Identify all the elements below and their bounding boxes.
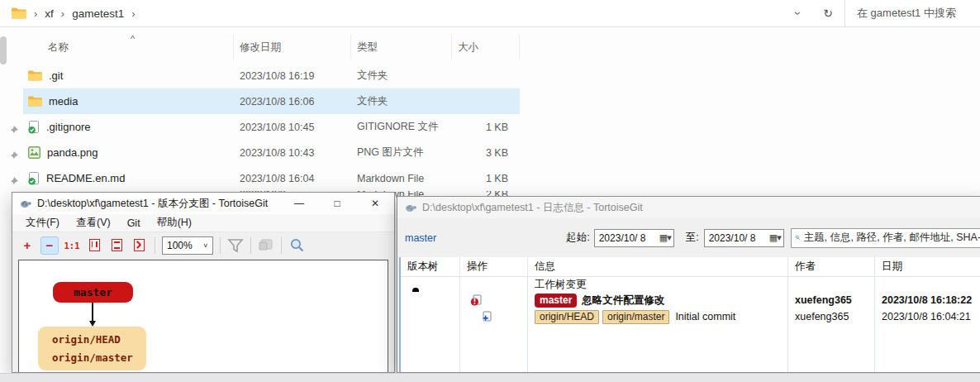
fit-height-button[interactable] xyxy=(107,236,126,255)
minimize-button[interactable]: — xyxy=(280,193,318,214)
filter-icon[interactable] xyxy=(227,238,244,253)
column-header-name[interactable]: 名称 ^ xyxy=(23,35,234,60)
log-titlebar[interactable]: D:\desktop\xf\gametest1 - 日志信息 - Tortois… xyxy=(397,197,980,218)
file-date: 2023/10/8 10:43 xyxy=(234,140,351,165)
fit-width-button[interactable] xyxy=(85,236,103,255)
menu-file[interactable]: 文件(F) xyxy=(19,214,66,232)
file-row-readme[interactable]: README.en.md 2023/10/8 16:04 Markdown Fi… xyxy=(23,165,520,191)
chevron-right-icon: › xyxy=(61,7,64,20)
branch-badge-master[interactable]: master xyxy=(535,294,577,308)
zoom-level-value: 100% xyxy=(167,240,193,251)
tortoisegit-app-icon xyxy=(404,203,416,213)
current-branch-link[interactable]: master xyxy=(405,232,436,244)
toolbar-separator xyxy=(155,237,155,254)
scrollbar-thumb[interactable] xyxy=(0,36,7,64)
file-name: media xyxy=(49,95,78,107)
file-size: 1 KB xyxy=(452,165,520,191)
screen: › xf › gametest1 › › ↻ 在 gametest1 中搜索 名… xyxy=(0,0,980,382)
log-message: 工作树变更 xyxy=(528,277,788,292)
from-date-picker[interactable]: 2023/10/ 8 ▦▾ xyxy=(594,229,674,247)
column-header-action[interactable]: 操作 xyxy=(460,257,528,276)
zoom-out-button[interactable]: − xyxy=(40,236,59,255)
address-dropdown-button[interactable]: › xyxy=(785,7,812,20)
column-header-message[interactable]: 信息 xyxy=(528,257,788,276)
log-row-master-commit[interactable]: ! master 忽略文件配置修改 xuefeng365 2023/10/8 1… xyxy=(401,292,980,308)
zoom-level-select[interactable]: 100% ∨ xyxy=(162,236,213,255)
compare-revisions-icon[interactable] xyxy=(258,238,274,253)
pushpin-icon xyxy=(9,177,18,186)
column-header-type[interactable]: 类型 xyxy=(351,35,452,60)
file-size xyxy=(452,63,520,88)
breadcrumb-item-gametest1[interactable]: gametest1 xyxy=(72,7,124,20)
zoom-in-button[interactable]: + xyxy=(18,236,36,255)
log-row-initial-commit[interactable]: origin/HEAD origin/master Initial commit… xyxy=(401,308,980,325)
graph-node-origin[interactable]: origin/HEAD origin/master xyxy=(38,327,146,370)
column-header-date[interactable]: 修改日期 xyxy=(234,35,351,60)
explorer-address-bar: › xf › gametest1 › › ↻ 在 gametest1 中搜索 xyxy=(0,0,980,27)
explorer-search-input[interactable]: 在 gametest1 中搜索 xyxy=(844,0,980,26)
revgraph-titlebar[interactable]: D:\desktop\xf\gametest1 - 版本分支图 - Tortoi… xyxy=(12,193,394,214)
menu-view[interactable]: 查看(V) xyxy=(69,214,117,232)
window-title: D:\desktop\xf\gametest1 - 日志信息 - Tortois… xyxy=(422,201,643,215)
toolbar-separator xyxy=(281,237,282,254)
log-author: xuefeng365 xyxy=(788,308,875,325)
folder-icon xyxy=(12,7,26,19)
breadcrumb-item-xf[interactable]: xf xyxy=(45,7,54,20)
maximize-button[interactable]: □ xyxy=(318,193,356,214)
png-file-icon xyxy=(28,146,40,159)
file-size xyxy=(452,88,520,114)
search-icon[interactable] xyxy=(288,237,305,253)
to-date-picker[interactable]: 2023/10/ 8 ▦▾ xyxy=(704,229,784,247)
log-search-input[interactable]: 主题, 信息, 路径, 作者, 邮件地址, SHA-1 xyxy=(791,228,980,248)
close-button[interactable]: ✕ xyxy=(356,193,394,214)
revgraph-window: D:\desktop\xf\gametest1 - 版本分支图 - Tortoi… xyxy=(12,192,395,373)
log-author xyxy=(788,277,875,292)
file-date: 2023/10/8 16:06 xyxy=(234,88,351,114)
log-author: xuefeng365 xyxy=(788,292,875,308)
graph-node-master[interactable]: master xyxy=(53,282,133,303)
file-size: 1 KB xyxy=(452,114,520,140)
revision-graph-canvas[interactable]: master origin/HEAD origin/master xyxy=(18,260,388,372)
file-row-gitignore[interactable]: .gitignore 2023/10/8 10:45 GITIGNORE 文件 … xyxy=(23,114,520,140)
log-message: Initial commit xyxy=(675,311,735,322)
column-header-size[interactable]: 大小 xyxy=(452,35,520,60)
ref-badge-origin-head[interactable]: origin/HEAD xyxy=(535,310,599,324)
file-type: 文件夹 xyxy=(351,63,452,88)
ref-badge-origin-master[interactable]: origin/master xyxy=(602,310,669,324)
column-header-author[interactable]: 作者 xyxy=(788,257,875,276)
revgraph-menubar: 文件(F) 查看(V) Git 帮助(H) xyxy=(12,214,394,232)
menu-git[interactable]: Git xyxy=(121,216,147,231)
toolbar-separator xyxy=(250,237,251,254)
log-date: 2023/10/8 16:04:21 xyxy=(875,308,980,325)
menu-help[interactable]: 帮助(H) xyxy=(150,214,198,232)
column-header-tree[interactable]: 版本树 xyxy=(401,257,460,276)
file-type: GITIGNORE 文件 xyxy=(351,114,452,140)
graph-label-origin-master: origin/master xyxy=(52,351,146,364)
file-date: 2023/10/8 16:19 xyxy=(234,63,351,88)
file-name: panda.png xyxy=(47,146,98,159)
search-placeholder: 在 gametest1 中搜索 xyxy=(857,6,956,21)
file-date: 2023/10/8 16:04 xyxy=(234,165,351,191)
file-row-git[interactable]: .git 2023/10/8 16:19 文件夹 xyxy=(23,63,520,88)
file-row-panda-png[interactable]: panda.png 2023/10/8 10:43 PNG 图片文件 3 KB xyxy=(23,140,520,165)
file-size: 3 KB xyxy=(452,140,520,165)
file-list-header: 名称 ^ 修改日期 类型 大小 xyxy=(23,35,520,60)
file-row-media[interactable]: media 2023/10/8 16:06 文件夹 xyxy=(23,88,520,114)
modified-file-icon: ! xyxy=(470,294,483,307)
git-tracked-file-icon xyxy=(28,172,40,185)
taskbar-edge xyxy=(0,373,980,382)
file-type: Markdown File xyxy=(351,165,452,191)
chevron-right-icon: › xyxy=(34,7,37,20)
log-row-worktree[interactable]: 工作树变更 xyxy=(401,277,980,292)
search-hint: 主题, 信息, 路径, 作者, 邮件地址, SHA-1 xyxy=(803,231,980,245)
column-header-date[interactable]: 日期 xyxy=(875,257,980,276)
calendar-icon: ▦▾ xyxy=(769,232,781,243)
breadcrumb[interactable]: › xf › gametest1 › xyxy=(0,7,136,20)
actual-size-button[interactable]: 1:1 xyxy=(63,236,81,255)
svg-text:!: ! xyxy=(473,298,476,306)
refresh-button[interactable]: ↻ xyxy=(811,7,844,20)
pushpin-icon xyxy=(9,151,18,160)
log-message: 忽略文件配置修改 xyxy=(582,294,664,308)
graph-label-origin-head: origin/HEAD xyxy=(52,333,146,346)
fit-page-button[interactable] xyxy=(130,236,148,255)
